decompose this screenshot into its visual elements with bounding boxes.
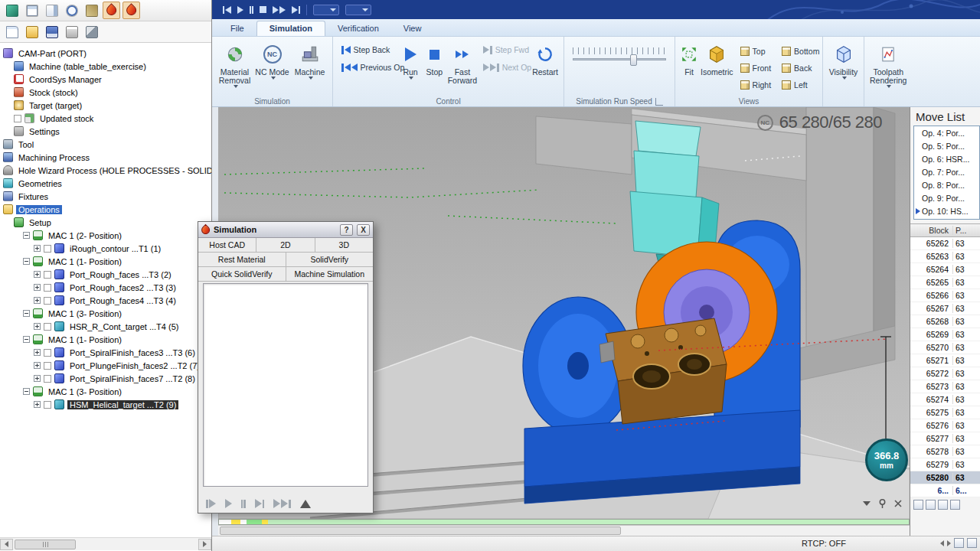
- move-list-op[interactable]: Op. 5: Por...: [914, 139, 979, 152]
- speed-dropdown[interactable]: [313, 5, 339, 15]
- origin-icon[interactable]: [63, 2, 80, 19]
- expander-icon[interactable]: [23, 232, 30, 239]
- tree-item[interactable]: Port_Rough_faces2 ...T3 (3): [0, 281, 211, 294]
- block-row[interactable]: 65275 63: [910, 406, 980, 419]
- block-row[interactable]: 65274 63: [910, 393, 980, 406]
- move-list-op[interactable]: Op. 4: Por...: [914, 126, 979, 139]
- scroll-left-icon[interactable]: [940, 540, 944, 546]
- checkbox[interactable]: [44, 375, 51, 383]
- block-row[interactable]: 6... 6...: [910, 484, 980, 497]
- ribbon-tab[interactable]: Simulation: [256, 21, 325, 36]
- stop-button[interactable]: Stop: [423, 39, 446, 94]
- checkbox[interactable]: [44, 323, 51, 331]
- block-row[interactable]: 65263 63: [910, 250, 980, 263]
- sim-mode-tab[interactable]: 3D: [315, 238, 373, 252]
- help-button[interactable]: ?: [340, 224, 353, 236]
- tree-item[interactable]: Geometries: [0, 177, 211, 190]
- design-table-icon[interactable]: [23, 2, 41, 19]
- sim-mode-tab[interactable]: Quick SolidVerify: [198, 267, 286, 281]
- tree-item[interactable]: MAC 1 (2- Position): [0, 229, 211, 242]
- checkbox[interactable]: [44, 362, 51, 370]
- block-row[interactable]: 65271 63: [910, 354, 980, 367]
- speed-slider[interactable]: [573, 58, 666, 60]
- options-icon[interactable]: [950, 500, 960, 510]
- move-list-op[interactable]: Op. 7: Por...: [914, 165, 979, 178]
- close-icon[interactable]: [894, 500, 902, 507]
- previous-op-button[interactable]: Previous Op: [338, 60, 397, 75]
- run-button[interactable]: Run: [399, 39, 422, 94]
- chevron-down-icon[interactable]: [863, 501, 871, 506]
- checkbox[interactable]: [14, 115, 21, 122]
- checkbox[interactable]: [44, 245, 51, 253]
- block-row[interactable]: 65269 63: [910, 328, 980, 341]
- tree-item[interactable]: Machine (table_table_exercise): [0, 60, 211, 73]
- expander-icon[interactable]: [23, 336, 30, 343]
- simulation-flame-icon[interactable]: [122, 2, 140, 19]
- block-row[interactable]: 65262 63: [910, 237, 980, 250]
- tree-item[interactable]: Settings: [0, 125, 211, 138]
- jump-to-end-icon[interactable]: [273, 499, 291, 508]
- step-back-icon[interactable]: [223, 4, 231, 16]
- alert-icon[interactable]: [300, 500, 311, 508]
- sim-mode-tab[interactable]: 2D: [256, 238, 315, 252]
- block-row[interactable]: 65279 63: [910, 458, 980, 471]
- block-row[interactable]: 65270 63: [910, 341, 980, 354]
- expander-icon[interactable]: [34, 297, 41, 304]
- tree-item[interactable]: MAC 1 (1- Position): [0, 333, 211, 346]
- block-row[interactable]: 65278 63: [910, 445, 980, 458]
- view-direction-button[interactable]: Top: [736, 43, 776, 59]
- tree-item[interactable]: CAM-Part (PORT): [0, 47, 211, 60]
- ribbon-tab[interactable]: Verification: [325, 21, 391, 36]
- visibility-button[interactable]: Visibility: [828, 39, 859, 94]
- solidcam-flame-icon[interactable]: [103, 2, 120, 19]
- close-button[interactable]: X: [357, 224, 370, 236]
- tree-item[interactable]: Fixtures: [0, 190, 211, 203]
- view-direction-button[interactable]: Back: [777, 60, 824, 76]
- move-list-op[interactable]: Op. 6: HSR...: [914, 152, 979, 165]
- skip-to-end-icon[interactable]: [255, 499, 265, 508]
- measure-icon[interactable]: [83, 2, 100, 19]
- expander-icon[interactable]: [34, 284, 41, 291]
- sim-mode-tab[interactable]: SolidVerify: [286, 253, 374, 266]
- checkbox[interactable]: [44, 284, 51, 292]
- print-icon[interactable]: [63, 23, 80, 41]
- layout-icon[interactable]: [967, 538, 977, 548]
- expander-icon[interactable]: [23, 310, 30, 317]
- checkbox[interactable]: [44, 349, 51, 357]
- move-list-op[interactable]: Op. 10: HS...: [914, 204, 979, 217]
- block-row[interactable]: 65264 63: [910, 263, 980, 276]
- block-row[interactable]: 65267 63: [910, 302, 980, 315]
- assembly-icon[interactable]: [3, 2, 21, 19]
- expander-icon[interactable]: [34, 375, 41, 382]
- nc-mode-button[interactable]: NC NC Mode: [254, 39, 290, 94]
- fast-forward-button[interactable]: Fast Forward: [447, 39, 479, 94]
- tree-item[interactable]: Stock (stock): [0, 86, 211, 99]
- block-row[interactable]: 65272 63: [910, 367, 980, 380]
- scrollbar-thumb[interactable]: [220, 527, 621, 535]
- tree-item[interactable]: Port_Rough_faces ...T3 (2): [0, 268, 211, 281]
- tree-item[interactable]: Machining Process: [0, 151, 211, 164]
- open-icon[interactable]: [23, 23, 41, 41]
- tree-horizontal-scrollbar[interactable]: [0, 537, 211, 550]
- sim-mode-tab[interactable]: Rest Material: [198, 253, 286, 266]
- tree-item[interactable]: MAC 1 (1- Position): [0, 255, 211, 268]
- sim-mode-tab[interactable]: Machine Simulation: [286, 267, 374, 281]
- run-icon[interactable]: [237, 4, 243, 16]
- expander-icon[interactable]: [34, 362, 41, 369]
- sim-mode-tab[interactable]: Host CAD: [198, 238, 256, 252]
- restart-button[interactable]: Restart: [531, 39, 559, 94]
- dialog-launcher-icon[interactable]: [655, 98, 663, 106]
- tree-item[interactable]: Port_PlungeFinish_faces2 ...T2 (7): [0, 359, 211, 372]
- step-back-button[interactable]: Step Back: [338, 42, 397, 57]
- expander-icon[interactable]: [34, 401, 41, 408]
- material-removal-button[interactable]: Material Removal: [217, 39, 253, 94]
- pause-icon[interactable]: [250, 4, 253, 16]
- move-list-op[interactable]: Op. 8: Por...: [914, 178, 979, 191]
- tree-item[interactable]: Port_Rough_faces4 ...T3 (4): [0, 294, 211, 307]
- tree-item[interactable]: MAC 1 (3- Position): [0, 385, 211, 398]
- tree-item[interactable]: HSM_Helical_target ...T2 (9): [0, 398, 211, 411]
- view-direction-button[interactable]: Front: [736, 60, 776, 76]
- move-list-op[interactable]: Op. 9: Por...: [914, 191, 979, 204]
- speed-slider-thumb[interactable]: [630, 54, 637, 66]
- scroll-right-icon[interactable]: [198, 539, 211, 550]
